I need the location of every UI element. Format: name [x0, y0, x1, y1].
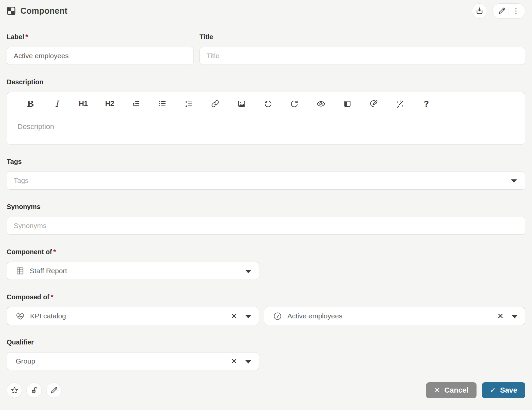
- save-label: Save: [500, 386, 517, 395]
- cancel-label: Cancel: [444, 386, 469, 395]
- footer-icon-buttons: [7, 383, 61, 398]
- chevron-down-icon[interactable]: [245, 270, 251, 273]
- eye-icon: [316, 99, 325, 108]
- composed-of-value-2: Active employees: [287, 312, 495, 320]
- component-of-field-label: Component of*: [7, 248, 525, 256]
- component-form-page: Component: [0, 0, 532, 398]
- description-editor: B I H1 H2 1: [7, 92, 525, 144]
- bullet-list-icon: [158, 99, 167, 108]
- table-icon: [16, 267, 24, 275]
- heading2-button[interactable]: H2: [103, 97, 116, 110]
- cancel-button[interactable]: ✕ Cancel: [426, 382, 477, 398]
- clear-icon[interactable]: ✕: [229, 312, 239, 320]
- preview-button[interactable]: [314, 97, 327, 110]
- undo-button[interactable]: [261, 97, 275, 110]
- columns-icon: [343, 100, 352, 108]
- ordered-list-button[interactable]: 1 2: [182, 97, 195, 110]
- help-button[interactable]: ?: [420, 97, 433, 110]
- label-field-label: Label*: [7, 33, 194, 41]
- component-icon: [7, 6, 16, 15]
- heart-pulse-icon: [16, 312, 25, 321]
- svg-text:1: 1: [185, 100, 187, 104]
- description-placeholder: Description: [17, 122, 518, 131]
- edit-button[interactable]: [495, 3, 509, 19]
- synonyms-input[interactable]: [7, 217, 525, 235]
- edit-mode-button[interactable]: [46, 383, 61, 398]
- italic-button[interactable]: I: [50, 97, 63, 110]
- footer: ✕ Cancel ✓ Save: [7, 382, 525, 398]
- bold-button[interactable]: B: [24, 97, 37, 110]
- save-button[interactable]: ✓ Save: [482, 382, 525, 398]
- gauge-icon: [273, 312, 282, 321]
- label-text: Composed of: [7, 293, 49, 301]
- clear-icon[interactable]: ✕: [495, 312, 506, 320]
- tags-input[interactable]: [7, 172, 525, 190]
- image-button[interactable]: [235, 97, 248, 110]
- label-text: Component of: [7, 248, 52, 255]
- pencil-icon: [50, 386, 58, 395]
- annotate-button[interactable]: [367, 97, 380, 110]
- kebab-menu-icon: [512, 7, 520, 15]
- undo-icon: [264, 99, 272, 108]
- label-input[interactable]: [7, 47, 194, 65]
- edit-menu-group: [492, 3, 525, 19]
- unlock-icon: [30, 386, 38, 395]
- chevron-down-icon[interactable]: [511, 179, 517, 183]
- synonyms-field-label: Synonyms: [7, 203, 525, 211]
- clear-icon[interactable]: ✕: [229, 357, 239, 365]
- image-icon: [237, 99, 246, 108]
- required-asterisk: *: [51, 293, 53, 301]
- link-icon: [211, 99, 220, 108]
- pencil-icon: [498, 7, 506, 15]
- chevron-down-icon[interactable]: [245, 315, 251, 318]
- redo-icon: [290, 99, 299, 108]
- redo-button[interactable]: [288, 97, 301, 110]
- chevron-down-icon[interactable]: [512, 315, 518, 318]
- qualifier-field-label: Qualifier: [7, 338, 525, 346]
- download-icon: [475, 7, 484, 15]
- composed-of-value-1: KPI catalog: [30, 312, 229, 320]
- lock-toggle-button[interactable]: [26, 383, 42, 398]
- qualifier-select[interactable]: Group ✕: [7, 352, 259, 370]
- favorite-button[interactable]: [7, 383, 22, 398]
- ordered-list-icon: 1 2: [184, 99, 193, 108]
- tags-field: [7, 172, 525, 190]
- header: Component: [7, 0, 525, 19]
- component-of-select[interactable]: Staff Report: [7, 262, 259, 280]
- link-button[interactable]: [209, 97, 222, 110]
- magic-wand-icon: [396, 99, 405, 108]
- description-field-label: Description: [7, 78, 525, 86]
- description-input[interactable]: Description: [7, 110, 525, 143]
- check-icon: ✓: [490, 386, 496, 394]
- page-title: Component: [20, 6, 68, 16]
- svg-text:2: 2: [185, 104, 187, 107]
- footer-actions: ✕ Cancel ✓ Save: [426, 382, 525, 398]
- download-button[interactable]: [472, 3, 487, 19]
- editor-toolbar: B I H1 H2 1: [7, 92, 525, 110]
- required-asterisk: *: [25, 33, 28, 40]
- composed-of-row: KPI catalog ✕ Active employees ✕: [7, 307, 525, 325]
- star-icon: [10, 386, 19, 395]
- cancel-x-icon: ✕: [434, 386, 440, 394]
- header-actions: [472, 3, 525, 19]
- edit-circle-icon: [369, 99, 378, 108]
- required-asterisk: *: [53, 248, 56, 255]
- indent-icon: [132, 99, 140, 108]
- qualifier-value: Group: [16, 357, 229, 365]
- more-options-button[interactable]: [509, 3, 523, 19]
- component-of-value: Staff Report: [30, 267, 245, 275]
- bullet-list-button[interactable]: [156, 97, 169, 110]
- tags-field-label: Tags: [7, 158, 525, 166]
- composed-of-select-2[interactable]: Active employees ✕: [264, 307, 525, 325]
- chevron-down-icon[interactable]: [245, 360, 251, 364]
- ai-assist-button[interactable]: [393, 97, 407, 110]
- title-field-label: Title: [200, 33, 525, 41]
- indent-button[interactable]: [129, 97, 143, 110]
- label-text: Label: [7, 33, 24, 40]
- heading1-button[interactable]: H1: [77, 97, 90, 110]
- label-title-row: Label* Title: [7, 19, 525, 65]
- title-input[interactable]: [200, 47, 525, 65]
- composed-of-select-1[interactable]: KPI catalog ✕: [7, 307, 259, 325]
- composed-of-field-label: Composed of*: [7, 293, 525, 301]
- columns-button[interactable]: [341, 97, 354, 110]
